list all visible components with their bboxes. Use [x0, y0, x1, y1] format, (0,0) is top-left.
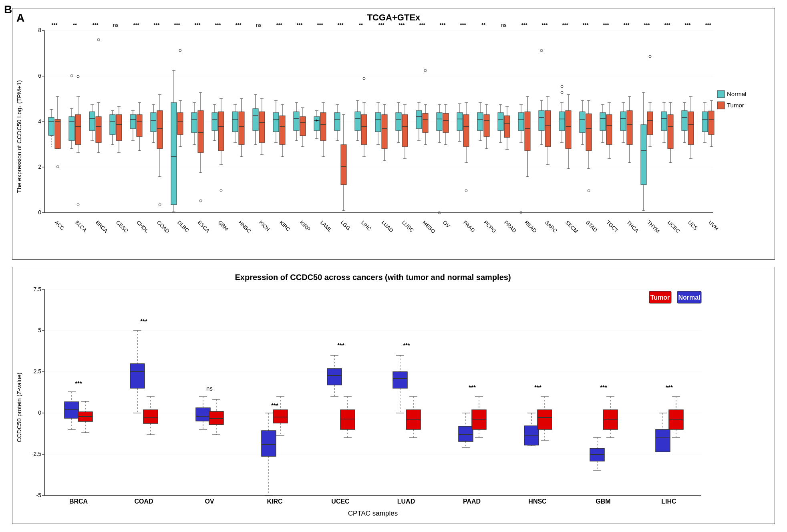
legend-b-normal-label: Normal	[678, 294, 700, 301]
boxplot-b-ov-normal	[196, 397, 210, 429]
svg-text:***: ***	[271, 402, 278, 409]
svg-text:COAD: COAD	[134, 498, 153, 505]
svg-point-372	[561, 91, 563, 94]
boxplot-stad-normal	[580, 101, 585, 145]
boxplot-brca-tumor	[96, 38, 101, 153]
svg-text:DLBC: DLBC	[176, 220, 190, 234]
svg-rect-88	[96, 117, 101, 143]
svg-rect-458	[702, 112, 708, 132]
boxplot-b-lihc-tumor	[669, 397, 683, 437]
panel-a-chart: TCGA+GTEx The expression of CCDC50 Log₂ …	[12, 8, 775, 253]
svg-text:***: ***	[337, 342, 344, 349]
boxplot-b-coad-tumor	[143, 397, 158, 435]
svg-text:UVM: UVM	[707, 220, 720, 232]
svg-text:**: **	[481, 22, 486, 28]
svg-rect-151	[198, 111, 203, 153]
svg-text:2.5: 2.5	[34, 368, 42, 375]
svg-text:ACC: ACC	[54, 220, 66, 232]
svg-text:***: ***	[153, 22, 160, 28]
boxplot-thca-normal	[620, 103, 626, 143]
svg-text:ESCA: ESCA	[197, 220, 211, 234]
svg-rect-201	[280, 116, 285, 145]
boxplot-ucs-tumor	[688, 97, 694, 159]
svg-text:ns: ns	[256, 22, 262, 28]
svg-rect-275	[402, 115, 408, 147]
svg-rect-60	[55, 119, 60, 149]
svg-text:2: 2	[38, 163, 41, 170]
panel-b-chart: Expression of CCDC50 across cancers (wit…	[12, 267, 775, 524]
legend-normal-box	[717, 91, 725, 98]
svg-text:OV: OV	[442, 220, 451, 229]
svg-rect-446	[682, 111, 687, 131]
svg-rect-250	[361, 115, 367, 145]
svg-rect-378	[566, 111, 571, 149]
svg-text:***: ***	[684, 22, 691, 28]
svg-text:COAD: COAD	[156, 220, 171, 234]
svg-rect-542	[143, 410, 158, 423]
boxplot-paad-tumor	[463, 103, 469, 192]
boxplot-esca-tumor	[198, 93, 203, 202]
svg-rect-562	[262, 431, 276, 456]
boxplot-lusc-tumor	[402, 105, 408, 159]
svg-rect-183	[253, 109, 258, 131]
boxplot-b-coad-normal	[130, 330, 145, 413]
svg-rect-326	[484, 115, 489, 137]
svg-text:7.5: 7.5	[34, 286, 42, 292]
svg-rect-427	[647, 112, 653, 135]
boxplot-thym-tumor	[647, 55, 653, 147]
panel-a-title: TCGA+GTEx	[367, 12, 421, 22]
boxplot-kich-tumor	[259, 99, 265, 155]
svg-text:TGCT: TGCT	[605, 220, 620, 234]
svg-point-76	[77, 75, 79, 78]
svg-text:6: 6	[38, 73, 41, 79]
svg-rect-415	[627, 111, 632, 145]
svg-rect-226	[320, 113, 326, 141]
svg-rect-281	[416, 111, 422, 129]
boxplot-b-ucec-normal	[327, 355, 342, 397]
svg-rect-244	[355, 112, 360, 131]
svg-text:LAML: LAML	[319, 220, 333, 234]
svg-point-392	[588, 189, 590, 192]
svg-point-166	[220, 189, 222, 192]
boxplot-prad-tumor	[504, 107, 510, 149]
boxplot-cesc-tumor	[116, 107, 122, 153]
svg-text:MESO: MESO	[421, 220, 437, 235]
boxplot-chol-tumor	[137, 103, 142, 151]
boxplot-b-brca-normal	[64, 392, 79, 429]
svg-point-373	[561, 85, 563, 88]
svg-point-140	[179, 49, 181, 52]
boxplot-b-gbm-normal	[590, 437, 604, 471]
boxplot-gbm-normal	[212, 105, 217, 141]
boxplot-tgct-normal	[600, 105, 606, 143]
svg-rect-588	[393, 372, 407, 388]
boxplot-sarc-tumor	[545, 97, 551, 165]
boxplot-b-hnsc-tumor	[537, 397, 552, 440]
legend-tumor-label: Tumor	[727, 102, 744, 109]
boxplot-dlbc-tumor	[177, 49, 183, 147]
svg-text:CESC: CESC	[115, 220, 129, 234]
boxplot-lgg-normal	[334, 105, 340, 141]
boxplot-tgct-tumor	[606, 103, 612, 159]
svg-rect-119	[151, 113, 156, 132]
boxplot-luad-tumor	[382, 105, 387, 161]
panel-a-label: A	[16, 12, 24, 24]
svg-text:ns: ns	[206, 385, 213, 392]
svg-text:***: ***	[460, 22, 466, 28]
svg-text:LGG: LGG	[340, 220, 352, 232]
boxplot-b-gbm-tumor	[603, 397, 618, 437]
svg-rect-158	[212, 113, 217, 131]
svg-text:***: ***	[562, 22, 568, 28]
svg-rect-164	[218, 112, 224, 151]
svg-rect-434	[661, 112, 667, 131]
boxplot-b-brca-tumor	[78, 401, 93, 433]
boxplot-b-luad-tumor	[406, 397, 421, 437]
boxplot-blca-normal	[69, 75, 74, 149]
svg-text:LUSC: LUSC	[401, 220, 415, 234]
boxplot-dlbc-normal	[171, 71, 177, 212]
svg-text:***: ***	[317, 22, 323, 28]
svg-text:***: ***	[92, 22, 99, 28]
boxplot-ov-tumor	[443, 105, 449, 145]
svg-rect-113	[137, 115, 142, 137]
svg-text:***: ***	[215, 22, 221, 28]
svg-text:KICH: KICH	[258, 220, 271, 233]
